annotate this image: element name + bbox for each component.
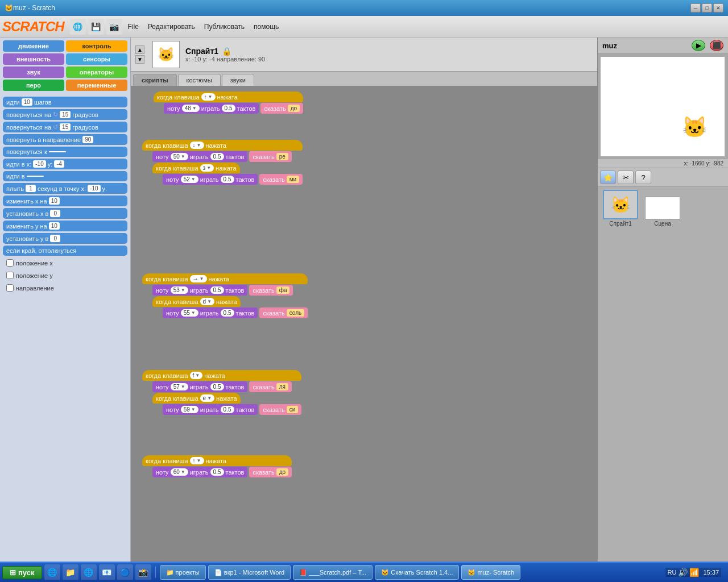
- stop-button[interactable]: ⬛: [710, 40, 723, 51]
- left-panel: движение контроль внешность сенсоры звук…: [0, 38, 131, 562]
- block-bounce[interactable]: если край, оттолкнуться: [3, 246, 127, 256]
- block-change-x[interactable]: изменить х на 10: [3, 196, 127, 206]
- block-move[interactable]: идти 10 шагов: [3, 97, 127, 107]
- taskbar-window-projects[interactable]: 📁 проекты: [160, 565, 206, 580]
- play-note-3[interactable]: ноту 52▼ играть 0.5 тактов: [163, 174, 258, 185]
- scroll-down-button[interactable]: ▼: [135, 55, 144, 64]
- save-icon[interactable]: 💾: [88, 19, 104, 35]
- category-sensors[interactable]: сенсоры: [66, 53, 127, 65]
- block-turn-left[interactable]: повернуться на ↺ 15 градусов: [3, 122, 127, 132]
- category-pen[interactable]: перо: [3, 80, 64, 91]
- menu-help[interactable]: помощь: [249, 20, 283, 33]
- block-glide[interactable]: плыть 1 секунд в точку x: -10 y:: [3, 183, 127, 194]
- stage-header: muz ▶ ⬛: [598, 38, 728, 54]
- taskbar-icon-5[interactable]: 🔵: [117, 564, 133, 580]
- block-yposition[interactable]: положение у: [3, 270, 127, 281]
- block-list: идти 10 шагов повернуться на ↻ 15 градус…: [0, 94, 130, 296]
- say-5[interactable]: сказать соль: [259, 307, 308, 318]
- stage-sprite-cat: 🐱: [682, 115, 708, 139]
- block-point-direction[interactable]: повернуть в направление 90: [3, 134, 127, 145]
- play-note-7[interactable]: ноту 59▼ играть 0.5 тактов: [163, 404, 258, 415]
- play-note-4[interactable]: ноту 53▼ играть 0.5 тактов: [152, 285, 247, 296]
- play-note-6[interactable]: ноту 57▼ играть 0.5 тактов: [152, 381, 247, 392]
- minimize-button[interactable]: ─: [690, 3, 701, 13]
- globe-icon[interactable]: 🌐: [70, 19, 86, 35]
- scissors-tool[interactable]: ✂: [618, 171, 634, 184]
- photo-icon[interactable]: 📷: [106, 19, 122, 35]
- block-goto-xy[interactable]: идти в x: -10 y: -4: [3, 159, 127, 169]
- block-xposition[interactable]: положение х: [3, 257, 127, 268]
- block-point-towards[interactable]: повернуться к: [3, 147, 127, 157]
- tab-costumes[interactable]: костюмы: [178, 74, 221, 86]
- script-area[interactable]: когда клавиша ↑▼ нажата ноту 48▼ играть …: [131, 86, 597, 562]
- category-looks[interactable]: внешность: [3, 53, 64, 65]
- block-change-y[interactable]: изменить у на 10: [3, 221, 127, 231]
- hat-block-1[interactable]: когда клавиша ↑▼ нажата: [154, 92, 303, 102]
- play-note-2[interactable]: ноту 50▼ играть 0.5 тактов: [152, 151, 247, 162]
- block-set-y[interactable]: установить у в 0: [3, 233, 127, 244]
- menu-file[interactable]: File: [123, 20, 143, 33]
- stage-coords: x: -1660 y: -982: [598, 159, 728, 168]
- block-set-x[interactable]: установить х в 0: [3, 208, 127, 219]
- category-operators[interactable]: операторы: [66, 66, 127, 78]
- taskbar-window-word[interactable]: 📄 вкр1 - Microsoft Word: [208, 565, 291, 580]
- taskbar-window-muz[interactable]: 🐱 muz- Scratch: [461, 565, 520, 580]
- taskbar-icon-3[interactable]: 🌐: [81, 564, 97, 580]
- scroll-up-button[interactable]: ▲: [135, 45, 144, 54]
- menu-edit[interactable]: Редактировать: [143, 20, 200, 33]
- say-3[interactable]: сказать ми: [259, 174, 303, 185]
- hat-block-3[interactable]: когда клавиша з▼ нажата: [152, 163, 240, 173]
- say-1[interactable]: сказать до: [260, 103, 303, 114]
- sprite-coords: х: -10 у: -4 направление: 90: [185, 56, 265, 63]
- say-2[interactable]: сказать ре: [249, 151, 291, 162]
- play-note-5[interactable]: ноту 55▼ играть 0.5 тактов: [163, 307, 258, 318]
- category-variables[interactable]: переменные: [66, 80, 127, 91]
- sprite-thumbnail-1[interactable]: 🐱: [603, 190, 638, 219]
- taskbar-divider: [155, 567, 156, 578]
- hat-block-7[interactable]: когда клавиша e▼ нажата: [152, 393, 241, 404]
- titlebar: 🐱 muz - Scratch ─ □ ✕: [0, 0, 728, 16]
- help-tool[interactable]: ?: [635, 171, 651, 184]
- stamp-tool[interactable]: ⭐: [600, 171, 616, 184]
- taskbar-icon-2[interactable]: 📁: [63, 564, 78, 580]
- tray-icon-2: 📶: [689, 568, 699, 577]
- hat-block-5[interactable]: когда клавиша d▼ нажата: [152, 296, 241, 307]
- start-button[interactable]: ⊞ пуск: [2, 566, 42, 579]
- tab-sounds[interactable]: звуки: [222, 74, 254, 86]
- category-motion[interactable]: движение: [3, 40, 64, 52]
- taskbar-window-download[interactable]: 🐱 Скачать Scratch 1.4...: [375, 565, 459, 580]
- sprite-item-1[interactable]: 🐱 Спрайт1: [601, 190, 640, 227]
- close-button[interactable]: ✕: [713, 3, 723, 13]
- say-8[interactable]: сказать до: [249, 467, 292, 477]
- taskbar-tray: RU 🔊 📶 15:37: [665, 568, 721, 577]
- hat-block-2[interactable]: когда клавиша ↓▼ нажата: [142, 140, 303, 151]
- taskbar-icon-1[interactable]: 🌐: [44, 564, 60, 580]
- tab-scripts[interactable]: скрипты: [133, 74, 177, 86]
- script-group-1: когда клавиша ↑▼ нажата ноту 48▼ играть …: [154, 92, 303, 114]
- hat-block-6[interactable]: когда клавиша f▼ нажата: [142, 370, 301, 381]
- script-tabs: скрипты костюмы звуки: [131, 72, 597, 86]
- taskbar-window-pdf[interactable]: 📕 ___Scratch.pdf – Т...: [293, 565, 373, 580]
- block-goto[interactable]: идти в: [3, 171, 127, 181]
- scene-thumbnail[interactable]: [645, 197, 680, 219]
- block-direction[interactable]: направление: [3, 282, 127, 293]
- menu-publish[interactable]: Публиковать: [200, 20, 249, 33]
- play-note-8[interactable]: ноту 60▼ играть 0.5 тактов: [152, 467, 247, 477]
- category-control[interactable]: контроль: [66, 40, 127, 52]
- green-flag-button[interactable]: ▶: [692, 40, 705, 51]
- maximize-button[interactable]: □: [702, 3, 712, 13]
- play-note-1[interactable]: ноту 48▼ играть 0.5 тактов: [164, 103, 259, 114]
- scene-item: Сцена: [645, 197, 680, 227]
- say-7[interactable]: сказать си: [259, 404, 301, 415]
- title-icon: 🐱: [5, 4, 13, 12]
- block-turn-right[interactable]: повернуться на ↻ 15 градусов: [3, 109, 127, 120]
- sprites-area: 🐱 Спрайт1 Сцена: [598, 187, 728, 562]
- taskbar-icon-6[interactable]: 📸: [135, 564, 151, 580]
- hat-block-4[interactable]: когда клавиша →▼ нажата: [142, 273, 308, 284]
- say-6[interactable]: сказать ля: [249, 381, 292, 392]
- category-sound[interactable]: звук: [3, 66, 64, 78]
- say-4[interactable]: сказать фа: [249, 285, 293, 296]
- script-group-6: когда клавиша f▼ нажата ноту 57▼ играть …: [142, 370, 301, 415]
- hat-block-8[interactable]: когда клавиша ↑▼ нажата: [142, 455, 292, 466]
- taskbar-icon-4[interactable]: 📧: [99, 564, 115, 580]
